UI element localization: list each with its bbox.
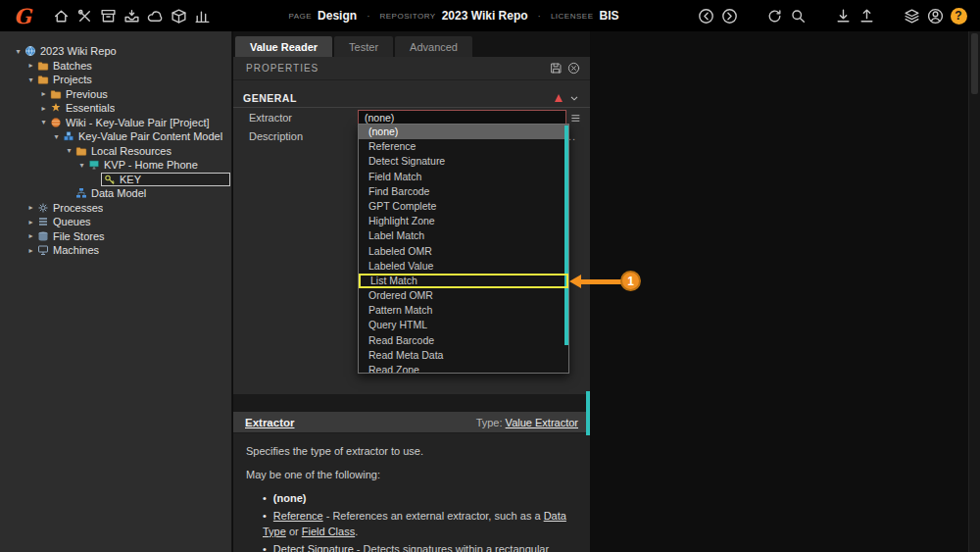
chart-icon[interactable] [190,4,214,27]
page-value[interactable]: Design [318,9,357,23]
expander-icon[interactable] [75,161,88,170]
chevron-down-icon[interactable] [568,92,580,104]
back-icon[interactable] [694,4,717,27]
dropdown-item[interactable]: Find Barcode [359,184,568,199]
archive-icon[interactable] [96,4,120,27]
tree-item-local-resources[interactable]: Local Resources [0,144,231,159]
expander-icon[interactable] [24,203,37,212]
reference-link[interactable]: Reference [273,510,323,522]
close-icon[interactable] [567,62,580,75]
topbar-left-icons [49,4,214,27]
tree-item-queues[interactable]: Queues [0,215,231,229]
value-reader-icon [88,159,100,171]
expander-icon[interactable] [37,118,50,126]
essentials-icon [50,102,62,114]
tree-item-processes[interactable]: Processes [0,201,231,216]
grooper-logo[interactable]: G [10,4,35,28]
tab-advanced[interactable]: Advanced [395,36,472,57]
package-icon[interactable] [167,4,190,27]
tools-icon[interactable] [73,4,96,27]
repository-value[interactable]: 2023 Wiki Repo [442,9,528,23]
viewer-scrollbar[interactable] [968,31,980,552]
project-icon [50,117,62,128]
expander-icon[interactable] [24,61,37,70]
expander-icon[interactable] [50,132,63,141]
tree-item-previous[interactable]: Previous [0,87,231,102]
field-class-link[interactable]: Field Class [302,526,355,537]
menu-icon[interactable] [569,112,582,125]
file-stores-icon [37,230,49,242]
tab-value-reader[interactable]: Value Reader [235,36,332,57]
repository-label: REPOSITORY [379,12,435,21]
tab-tester[interactable]: Tester [334,36,393,57]
help-icon[interactable]: ? [947,4,970,27]
layers-icon[interactable] [900,4,923,27]
topbar-context: PAGE Design · REPOSITORY 2023 Wiki Repo … [214,9,694,23]
account-icon[interactable] [923,4,947,27]
queues-icon [37,216,49,227]
dropdown-item[interactable]: Pattern Match [359,303,568,318]
tree-item-wiki-project[interactable]: Wiki - Key-Value Pair [Project] [0,116,231,130]
dropdown-item[interactable]: Query HTML [359,318,568,332]
tree-item-repo-root[interactable]: 2023 Wiki Repo [0,44,231,59]
node-tree-sidebar: 2023 Wiki Repo Batches Projects Previous… [0,31,232,552]
expander-icon[interactable] [37,89,50,98]
dropdown-item[interactable]: Read Zone [359,363,568,374]
expander-icon[interactable] [12,47,24,56]
dropdown-item[interactable]: (none) [359,125,568,139]
tree-item-file-stores[interactable]: File Stores [0,229,231,244]
tree-item-key-selected[interactable]: KEY [0,173,231,187]
key-icon [104,174,116,185]
expander-icon[interactable] [24,75,37,84]
help-header: Extractor Type: Value Extractor [233,412,590,433]
upload-icon[interactable] [855,4,878,27]
description-label: Description [249,130,358,142]
separator: · [367,11,369,22]
home-icon[interactable] [49,4,73,27]
tree-item-machines[interactable]: Machines [0,243,231,258]
dropdown-item[interactable]: GPT Complete [359,199,568,214]
tree-item-data-model[interactable]: Data Model [0,186,231,201]
detect-signature-link[interactable]: Detect Signature [273,543,354,552]
dropdown-item[interactable]: Ordered OMR [359,288,568,303]
help-bullet-none: (none) [263,491,578,507]
help-scrollbar[interactable] [586,391,590,435]
dropdown-item[interactable]: Label Match [359,228,568,243]
annotation-arrow [580,279,621,284]
download-icon[interactable] [831,4,855,27]
tree-item-projects[interactable]: Projects [0,73,231,87]
refresh-icon[interactable] [762,4,786,27]
viewer-scrollbar-thumb[interactable] [971,33,978,94]
general-section-header[interactable]: GENERAL [233,88,590,108]
help-title-link[interactable]: Extractor [245,417,295,428]
dropdown-item[interactable]: Field Match [359,170,568,184]
expander-icon[interactable] [37,104,50,113]
dropdown-scrollbar[interactable] [564,125,568,345]
dropdown-item[interactable]: Read Meta Data [359,348,568,363]
dropdown-item[interactable]: Reference [359,139,568,154]
tree-item-essentials[interactable]: Essentials [0,101,231,116]
topbar-right-icons: ? [694,4,970,27]
expander-icon[interactable] [24,231,37,240]
dropdown-item[interactable]: Read Barcode [359,333,568,348]
expander-icon[interactable] [24,246,37,255]
tree-item-batches[interactable]: Batches [0,59,231,74]
expander-icon[interactable] [24,218,37,226]
search-icon[interactable] [786,4,809,27]
cloud-icon[interactable] [143,4,167,27]
page-label: PAGE [288,12,312,21]
tree-item-content-model[interactable]: Key-Value Pair Content Model [0,129,231,144]
selected-node-box[interactable]: KEY [101,173,230,186]
expander-icon[interactable] [63,146,75,155]
dropdown-item[interactable]: Labeled OMR [359,244,568,259]
help-body: Specifies the type of extractor to use. … [233,433,590,552]
dropdown-item[interactable]: Highlight Zone [359,214,568,228]
save-icon[interactable] [550,62,563,75]
dropdown-item[interactable]: Labeled Value [359,259,568,274]
tree-item-kvp-home-phone[interactable]: KVP - Home Phone [0,158,231,173]
value-extractor-link[interactable]: Value Extractor [506,417,578,428]
dropdown-item[interactable]: Detect Signature [359,154,568,169]
inbox-icon[interactable] [120,4,143,27]
forward-icon[interactable] [717,4,741,27]
dropdown-item-list-match[interactable]: List Match [359,274,568,288]
